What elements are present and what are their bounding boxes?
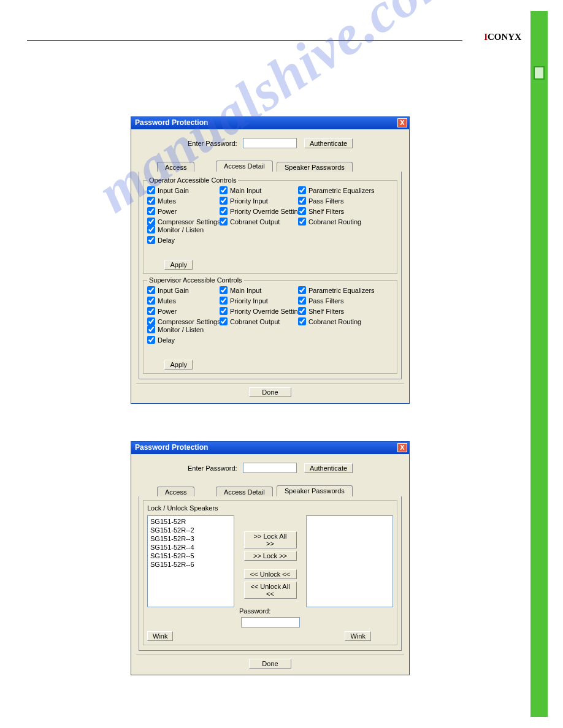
dialog-titlebar[interactable]: Password Protection X bbox=[131, 442, 409, 454]
op-input-gain[interactable]: Input Gain bbox=[147, 186, 220, 194]
op-priority-override[interactable]: Priority Override Settings bbox=[220, 207, 298, 215]
authenticate-button[interactable]: Authenticate bbox=[304, 463, 353, 473]
password-row: Enter Password: Authenticate bbox=[136, 138, 404, 148]
password-protection-dialog-2: Password Protection X Enter Password: Au… bbox=[131, 441, 410, 675]
brand-text: CONYX bbox=[488, 32, 521, 42]
sv-main-input[interactable]: Main Input bbox=[220, 286, 298, 294]
tab-speaker-passwords[interactable]: Speaker Passwords bbox=[277, 162, 353, 172]
list-item[interactable]: SG151-52R--3 bbox=[150, 534, 231, 543]
speaker-passwords-panel: Lock / Unlock Speakers SG151-52R SG151-5… bbox=[139, 496, 402, 651]
op-delay[interactable]: Delay bbox=[147, 236, 194, 244]
sv-priority-input[interactable]: Priority Input bbox=[220, 297, 298, 305]
enter-password-input[interactable] bbox=[243, 138, 297, 148]
op-priority-input[interactable]: Priority Input bbox=[220, 197, 298, 205]
op-monitor-listen[interactable]: Monitor / Listen bbox=[147, 226, 194, 233]
unlock-button[interactable]: << Unlock << bbox=[244, 569, 297, 579]
op-main-input[interactable]: Main Input bbox=[220, 186, 298, 194]
tab-access[interactable]: Access bbox=[157, 162, 194, 172]
wink-right-button[interactable]: Wink bbox=[345, 631, 370, 641]
speaker-password-input[interactable] bbox=[241, 617, 300, 628]
op-pass-filters[interactable]: Pass Filters bbox=[298, 197, 372, 205]
sv-input-gain[interactable]: Input Gain bbox=[147, 286, 220, 294]
dialog-title: Password Protection bbox=[135, 443, 208, 452]
header-divider bbox=[27, 40, 462, 41]
op-cobranet-output[interactable]: Cobranet Output bbox=[220, 218, 298, 226]
sv-mutes[interactable]: Mutes bbox=[147, 297, 220, 305]
list-item[interactable]: SG151-52R--5 bbox=[150, 552, 231, 560]
operator-legend: Operator Accessible Controls bbox=[147, 176, 238, 184]
operator-controls-group: Operator Accessible Controls Input Gain … bbox=[143, 176, 397, 274]
op-cobranet-routing[interactable]: Cobranet Routing bbox=[298, 218, 372, 226]
sv-priority-override[interactable]: Priority Override Settings bbox=[220, 307, 298, 315]
dialog-titlebar[interactable]: Password Protection X bbox=[131, 117, 409, 129]
tab-access-detail[interactable]: Access Detail bbox=[216, 487, 273, 496]
dialog-title: Password Protection bbox=[135, 118, 208, 127]
sv-cobranet-output[interactable]: Cobranet Output bbox=[220, 317, 298, 325]
lock-unlock-group: Lock / Unlock Speakers SG151-52R SG151-5… bbox=[143, 500, 397, 645]
tab-strip: Access Access Detail Speaker Passwords bbox=[139, 484, 402, 496]
page-sidebar-stripe bbox=[530, 11, 548, 717]
supervisor-controls-group: Supervisor Accessible Controls Input Gai… bbox=[143, 276, 397, 374]
unlocked-speakers-listbox[interactable]: SG151-52R SG151-52R--2 SG151-52R--3 SG15… bbox=[147, 515, 234, 607]
list-item[interactable]: SG151-52R--2 bbox=[150, 526, 231, 534]
op-apply-button[interactable]: Apply bbox=[164, 260, 193, 270]
enter-password-label: Enter Password: bbox=[188, 140, 237, 147]
op-shelf-filters[interactable]: Shelf Filters bbox=[298, 207, 372, 215]
done-button[interactable]: Done bbox=[249, 387, 291, 397]
wink-row: Wink Wink bbox=[147, 631, 393, 641]
sv-compressor[interactable]: Compressor Settings bbox=[147, 317, 220, 325]
op-compressor[interactable]: Compressor Settings bbox=[147, 218, 220, 226]
brand-logo: ICONYX bbox=[484, 32, 521, 42]
supervisor-legend: Supervisor Accessible Controls bbox=[147, 276, 244, 284]
unlock-all-button[interactable]: << Unlock All << bbox=[244, 582, 297, 599]
lock-all-button[interactable]: >> Lock All >> bbox=[244, 531, 297, 548]
tab-speaker-passwords[interactable]: Speaker Passwords bbox=[277, 485, 353, 496]
list-item[interactable]: SG151-52R--6 bbox=[150, 560, 231, 569]
tab-access-detail[interactable]: Access Detail bbox=[216, 161, 273, 172]
close-icon[interactable]: X bbox=[397, 118, 407, 127]
speaker-password-label: Password: bbox=[239, 607, 270, 615]
password-row: Enter Password: Authenticate bbox=[136, 463, 404, 473]
sv-pass-filters[interactable]: Pass Filters bbox=[298, 297, 372, 305]
enter-password-label: Enter Password: bbox=[188, 464, 237, 472]
list-item[interactable]: SG151-52R--4 bbox=[150, 543, 231, 552]
authenticate-button[interactable]: Authenticate bbox=[304, 138, 353, 148]
lock-buttons-column: >> Lock All >> >> Lock >> << Unlock << <… bbox=[236, 515, 305, 628]
lock-unlock-title: Lock / Unlock Speakers bbox=[147, 504, 393, 512]
list-item[interactable]: SG151-52R bbox=[150, 517, 231, 526]
op-mutes[interactable]: Mutes bbox=[147, 197, 220, 205]
op-power[interactable]: Power bbox=[147, 207, 220, 215]
dialog-footer: Done bbox=[136, 654, 404, 670]
dialog-footer: Done bbox=[136, 383, 404, 398]
op-parametric-eq[interactable]: Parametric Equalizers bbox=[298, 186, 372, 194]
sv-monitor-listen[interactable]: Monitor / Listen bbox=[147, 325, 194, 333]
sv-shelf-filters[interactable]: Shelf Filters bbox=[298, 307, 372, 315]
tab-access[interactable]: Access bbox=[157, 487, 194, 496]
enter-password-input[interactable] bbox=[243, 463, 297, 473]
sv-power[interactable]: Power bbox=[147, 307, 220, 315]
wink-left-button[interactable]: Wink bbox=[147, 631, 173, 641]
sv-delay[interactable]: Delay bbox=[147, 336, 194, 344]
password-protection-dialog-1: Password Protection X Enter Password: Au… bbox=[131, 116, 410, 404]
access-detail-panel: Operator Accessible Controls Input Gain … bbox=[139, 172, 402, 379]
page-badge-icon bbox=[534, 66, 545, 80]
sv-parametric-eq[interactable]: Parametric Equalizers bbox=[298, 286, 372, 294]
sv-apply-button[interactable]: Apply bbox=[164, 360, 193, 370]
locked-speakers-listbox[interactable] bbox=[306, 515, 393, 607]
done-button[interactable]: Done bbox=[249, 659, 291, 669]
close-icon[interactable]: X bbox=[397, 443, 407, 452]
tab-strip: Access Access Detail Speaker Passwords bbox=[139, 159, 402, 172]
sv-cobranet-routing[interactable]: Cobranet Routing bbox=[298, 317, 372, 325]
lock-button[interactable]: >> Lock >> bbox=[244, 551, 297, 561]
